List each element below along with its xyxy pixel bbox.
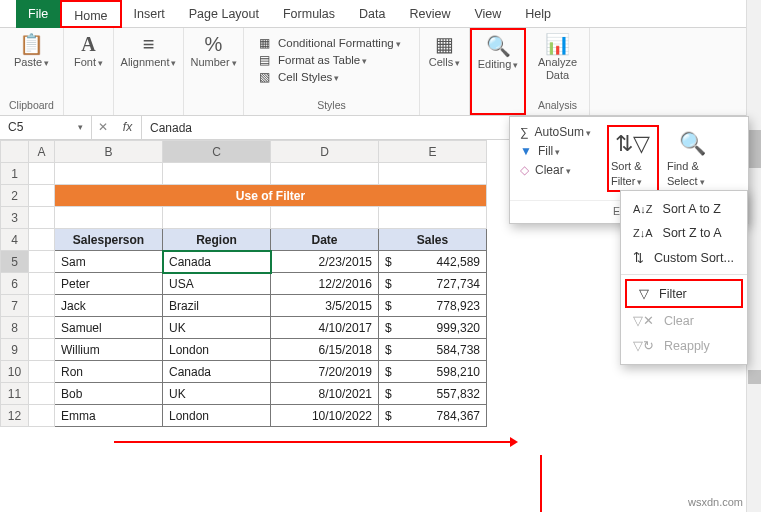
table-cell[interactable]: 7/20/2019 <box>271 361 379 383</box>
table-cell[interactable]: Canada <box>163 251 271 273</box>
vertical-scrollbar[interactable] <box>746 0 761 512</box>
sort-z-to-a[interactable]: Z↓ASort Z to A <box>621 221 747 245</box>
table-cell[interactable]: $584,738 <box>379 339 487 361</box>
tab-insert[interactable]: Insert <box>122 0 177 28</box>
table-cell[interactable]: $784,367 <box>379 405 487 427</box>
table-cell[interactable]: 3/5/2015 <box>271 295 379 317</box>
tab-file[interactable]: File <box>16 0 60 28</box>
row-2[interactable]: 2 <box>1 185 29 207</box>
row-1[interactable]: 1 <box>1 163 29 185</box>
row-11[interactable]: 11 <box>1 383 29 405</box>
table-cell[interactable]: London <box>163 339 271 361</box>
row-12[interactable]: 12 <box>1 405 29 427</box>
analyze-data-button[interactable]: 📊 Analyze Data <box>532 32 583 84</box>
table-cell[interactable]: Willium <box>55 339 163 361</box>
tab-data[interactable]: Data <box>347 0 397 28</box>
font-button[interactable]: A Font <box>68 32 109 70</box>
hdr-date[interactable]: Date <box>271 229 379 251</box>
tab-view[interactable]: View <box>462 0 513 28</box>
row-5[interactable]: 5 <box>1 251 29 273</box>
tab-page-layout[interactable]: Page Layout <box>177 0 271 28</box>
table-cell[interactable]: $999,320 <box>379 317 487 339</box>
tab-formulas[interactable]: Formulas <box>271 0 347 28</box>
col-D[interactable]: D <box>271 141 379 163</box>
col-E[interactable]: E <box>379 141 487 163</box>
table-cell[interactable]: 6/15/2018 <box>271 339 379 361</box>
row-9[interactable]: 9 <box>1 339 29 361</box>
table-cell[interactable]: Emma <box>55 405 163 427</box>
table-cell[interactable]: Peter <box>55 273 163 295</box>
clear-button[interactable]: ◇Clear <box>520 163 591 177</box>
chevron-down-icon[interactable]: ▾ <box>78 116 83 138</box>
row-3[interactable]: 3 <box>1 207 29 229</box>
eraser-icon: ◇ <box>520 163 529 177</box>
table-cell[interactable]: Canada <box>163 361 271 383</box>
title-cell[interactable]: Use of Filter <box>55 185 487 207</box>
number-button[interactable]: % Number <box>184 32 242 70</box>
table-cell[interactable]: Brazil <box>163 295 271 317</box>
scroll-thumb[interactable] <box>748 370 761 384</box>
row-6[interactable]: 6 <box>1 273 29 295</box>
row-8[interactable]: 8 <box>1 317 29 339</box>
sort-filter-button[interactable]: ⇅▽ Sort & Filter <box>607 125 659 192</box>
table-cell[interactable]: $598,210 <box>379 361 487 383</box>
fx-button[interactable]: fx <box>114 116 142 139</box>
table-cell[interactable]: $557,832 <box>379 383 487 405</box>
table-cell[interactable]: Jack <box>55 295 163 317</box>
tab-review[interactable]: Review <box>397 0 462 28</box>
row-4[interactable]: 4 <box>1 229 29 251</box>
sort-a-to-z[interactable]: A↓ZSort A to Z <box>621 197 747 221</box>
table-cell[interactable]: Bob <box>55 383 163 405</box>
find-select-button[interactable]: 🔍 Find & Select <box>667 125 719 192</box>
custom-sort[interactable]: ⇅Custom Sort... <box>621 245 747 270</box>
tab-help[interactable]: Help <box>513 0 563 28</box>
cells-button[interactable]: ▦ Cells <box>423 32 466 70</box>
autosum-button[interactable]: ∑AutoSum <box>520 125 591 139</box>
table-cell[interactable]: Samuel <box>55 317 163 339</box>
scroll-thumb[interactable] <box>748 130 761 168</box>
table-cell[interactable]: 4/10/2017 <box>271 317 379 339</box>
ribbon: 📋 Paste Clipboard A Font ≡ Alignment % N… <box>0 28 761 116</box>
alignment-button[interactable]: ≡ Alignment <box>115 32 183 70</box>
cell-styles-button[interactable]: ▧Cell Styles <box>256 70 407 84</box>
group-font: A Font <box>64 28 114 115</box>
editing-button[interactable]: 🔍 Editing <box>472 34 525 72</box>
filter-item[interactable]: ▽Filter <box>625 279 743 308</box>
table-cell[interactable]: USA <box>163 273 271 295</box>
table-cell[interactable]: UK <box>163 383 271 405</box>
table-cell[interactable]: London <box>163 405 271 427</box>
table-icon: ▤ <box>256 53 272 67</box>
sort-filter-flyout: A↓ZSort A to Z Z↓ASort Z to A ⇅Custom So… <box>620 190 748 365</box>
col-C[interactable]: C <box>163 141 271 163</box>
col-B[interactable]: B <box>55 141 163 163</box>
name-box[interactable]: C5▾ <box>0 116 92 139</box>
table-cell[interactable]: Ron <box>55 361 163 383</box>
table-cell[interactable]: 8/10/2021 <box>271 383 379 405</box>
number-label: Number <box>190 56 236 68</box>
table-cell[interactable]: $727,734 <box>379 273 487 295</box>
fill-button[interactable]: ▼Fill <box>520 144 591 158</box>
col-A[interactable]: A <box>29 141 55 163</box>
custom-sort-icon: ⇅ <box>633 250 644 265</box>
conditional-formatting-button[interactable]: ▦Conditional Formatting <box>256 36 407 50</box>
hdr-region[interactable]: Region <box>163 229 271 251</box>
format-as-table-button[interactable]: ▤Format as Table <box>256 53 407 67</box>
hdr-salesperson[interactable]: Salesperson <box>55 229 163 251</box>
analyze-icon: 📊 <box>545 34 570 54</box>
row-7[interactable]: 7 <box>1 295 29 317</box>
select-all[interactable] <box>1 141 29 163</box>
table-cell[interactable]: 12/2/2016 <box>271 273 379 295</box>
cancel-formula-button[interactable]: ✕ <box>92 116 114 139</box>
hdr-sales[interactable]: Sales <box>379 229 487 251</box>
cond-format-icon: ▦ <box>256 36 272 50</box>
table-cell[interactable]: $442,589 <box>379 251 487 273</box>
table-cell[interactable]: 10/10/2022 <box>271 405 379 427</box>
row-10[interactable]: 10 <box>1 361 29 383</box>
sigma-icon: ∑ <box>520 125 529 139</box>
table-cell[interactable]: 2/23/2015 <box>271 251 379 273</box>
tab-home[interactable]: Home <box>60 0 121 28</box>
table-cell[interactable]: $778,923 <box>379 295 487 317</box>
table-cell[interactable]: Sam <box>55 251 163 273</box>
paste-button[interactable]: 📋 Paste <box>8 32 55 70</box>
table-cell[interactable]: UK <box>163 317 271 339</box>
